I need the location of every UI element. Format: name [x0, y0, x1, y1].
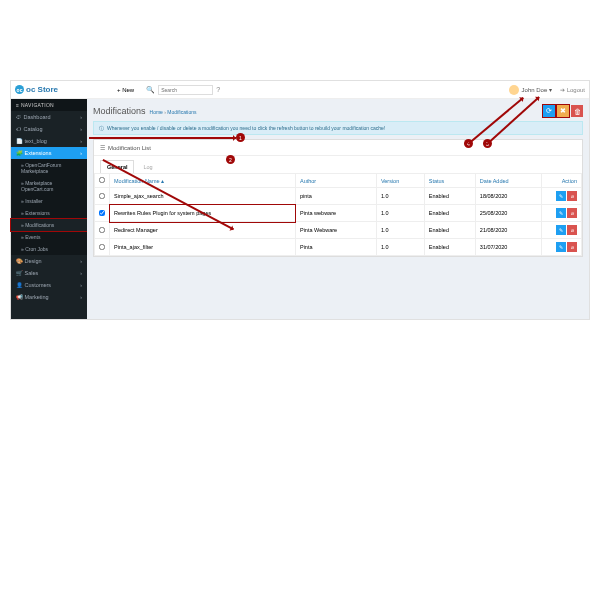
col-author[interactable]: Author	[295, 174, 376, 188]
cell-author: Pinta	[295, 239, 376, 256]
row-disable-button[interactable]: ⌀	[567, 242, 577, 252]
cell-status: Enabled	[424, 222, 475, 239]
modifications-table: Modification Name ▴ Author Version Statu…	[94, 173, 582, 256]
row-disable-button[interactable]: ⌀	[567, 191, 577, 201]
col-version[interactable]: Version	[376, 174, 424, 188]
select-all-checkbox[interactable]	[99, 177, 105, 183]
cell-status: Enabled	[424, 205, 475, 222]
sidebar-subitem[interactable]: » Cron Jobs	[11, 243, 87, 255]
table-row: Pinta_ajax_filterPinta1.0Enabled31/07/20…	[95, 239, 582, 256]
avatar[interactable]	[509, 85, 519, 95]
cell-version: 1.0	[376, 222, 424, 239]
col-status[interactable]: Status	[424, 174, 475, 188]
col-date[interactable]: Date Added	[475, 174, 541, 188]
cell-date: 31/07/2020	[475, 239, 541, 256]
cell-version: 1.0	[376, 188, 424, 205]
row-edit-button[interactable]: ✎	[556, 242, 566, 252]
row-edit-button[interactable]: ✎	[556, 225, 566, 235]
row-edit-button[interactable]: ✎	[556, 191, 566, 201]
row-edit-button[interactable]: ✎	[556, 208, 566, 218]
clear-button[interactable]: ✖	[557, 105, 569, 117]
cell-date: 18/08/2020	[475, 188, 541, 205]
logo-icon: oc	[15, 85, 24, 94]
cell-status: Enabled	[424, 239, 475, 256]
cell-version: 1.0	[376, 239, 424, 256]
brand-name: oc Store	[26, 85, 58, 94]
table-row: Rewrites Rules Plugin for system pagesPi…	[95, 205, 582, 222]
tab-general[interactable]: General	[100, 160, 134, 173]
info-icon: ⓘ	[99, 125, 104, 131]
sidebar-item-catalog[interactable]: 🏷 Catalog›	[11, 123, 87, 135]
search-input[interactable]	[158, 85, 213, 95]
top-bar: oc oc Store + New 🔍 ? John Doe ▾ ➔ Logou…	[11, 81, 589, 99]
row-disable-button[interactable]: ⌀	[567, 225, 577, 235]
cell-status: Enabled	[424, 188, 475, 205]
sidebar-subitem[interactable]: » Events	[11, 231, 87, 243]
cell-version: 1.0	[376, 205, 424, 222]
sidebar-subitem[interactable]: » Extensions	[11, 207, 87, 219]
row-checkbox[interactable]	[99, 193, 105, 199]
modification-panel: ☰ Modification List General Log Modifica…	[93, 139, 583, 257]
info-alert: ⓘ Whenever you enable / disable or delet…	[93, 121, 583, 135]
row-disable-button[interactable]: ⌀	[567, 208, 577, 218]
row-checkbox[interactable]	[99, 210, 105, 216]
user-menu[interactable]: John Doe ▾	[522, 86, 552, 93]
delete-button[interactable]: 🗑	[571, 105, 583, 117]
breadcrumb: Home › Modifications	[150, 109, 197, 115]
sidebar-item-extensions[interactable]: 🧩 Extensions›	[11, 147, 87, 159]
col-name[interactable]: Modification Name ▴	[110, 174, 296, 188]
refresh-button[interactable]: ⟳	[543, 105, 555, 117]
content-area: Modifications Home › Modifications ⟳ ✖ 🗑…	[87, 99, 589, 319]
sidebar-item-text_blog[interactable]: 📄 text_blog›	[11, 135, 87, 147]
brand-logo: oc oc Store	[15, 85, 58, 94]
cell-name: Pinta_ajax_filter	[110, 239, 296, 256]
row-checkbox[interactable]	[99, 227, 105, 233]
sidebar-subitem[interactable]: » OpenCartForum Marketplace	[11, 159, 87, 177]
cell-author: pinta	[295, 188, 376, 205]
cell-name: Redirect Manager	[110, 222, 296, 239]
new-button[interactable]: + New	[113, 85, 138, 95]
panel-header: ☰ Modification List	[94, 140, 582, 156]
cell-author: Pinta webware	[295, 205, 376, 222]
cell-date: 21/08/2020	[475, 222, 541, 239]
page-title: Modifications	[93, 106, 146, 116]
table-row: Simple_ajax_searchpinta1.0Enabled18/08/2…	[95, 188, 582, 205]
row-checkbox[interactable]	[99, 244, 105, 250]
sidebar-item-design[interactable]: 🎨 Design›	[11, 255, 87, 267]
sidebar-subitem[interactable]: » Installer	[11, 195, 87, 207]
cell-name: Rewrites Rules Plugin for system pages	[110, 205, 296, 222]
breadcrumb-current[interactable]: Modifications	[167, 109, 196, 115]
tab-log[interactable]: Log	[136, 160, 159, 173]
list-icon: ☰	[100, 144, 105, 151]
cell-date: 25/08/2020	[475, 205, 541, 222]
cell-name: Simple_ajax_search	[110, 188, 296, 205]
help-icon[interactable]: ?	[216, 86, 220, 93]
col-action: Action	[542, 174, 582, 188]
nav-header: ≡ NAVIGATION	[11, 99, 87, 111]
sidebar-subitem[interactable]: » Marketplace OpenCart.com	[11, 177, 87, 195]
sidebar-item-customers[interactable]: 👤 Customers›	[11, 279, 87, 291]
sidebar-item-sales[interactable]: 🛒 Sales›	[11, 267, 87, 279]
table-row: Redirect ManagerPinta Webware1.0Enabled2…	[95, 222, 582, 239]
sidebar-item-marketing[interactable]: 📢 Marketing›	[11, 291, 87, 303]
breadcrumb-home[interactable]: Home	[150, 109, 163, 115]
sidebar-subitem[interactable]: » Modifications	[11, 219, 87, 231]
logout-link[interactable]: ➔ Logout	[560, 86, 585, 93]
cell-author: Pinta Webware	[295, 222, 376, 239]
sidebar-item-dashboard[interactable]: ⏱ Dashboard›	[11, 111, 87, 123]
sidebar: ≡ NAVIGATION ⏱ Dashboard›🏷 Catalog›📄 tex…	[11, 99, 87, 319]
search-icon: 🔍	[146, 86, 155, 94]
